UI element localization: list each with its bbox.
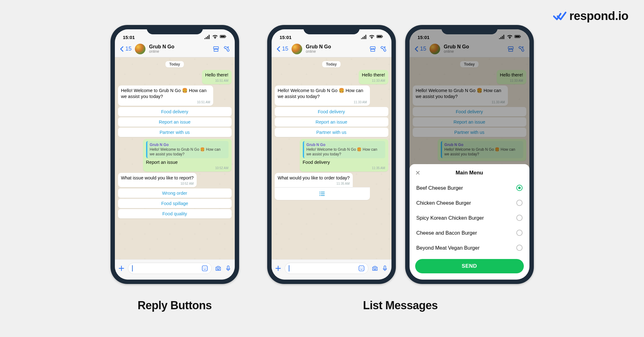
sticker-icon[interactable] <box>201 265 208 272</box>
svg-point-6 <box>217 268 219 270</box>
svg-point-15 <box>360 267 361 268</box>
shop-icon[interactable] <box>368 45 377 53</box>
reply-btn-food[interactable]: Food delivery <box>118 107 232 116</box>
msg-out-reply[interactable]: Grub N Go Hello! Welcome to Grub N Go 🍔 … <box>143 139 232 172</box>
reply-btn-quality[interactable]: Food quality <box>118 209 232 218</box>
msg-in-welcome[interactable]: Hello! Welcome to Grub N Go 🍔 How can we… <box>118 85 214 106</box>
radio-icon[interactable] <box>516 230 523 236</box>
avatar[interactable] <box>135 44 145 54</box>
list-option[interactable]: Cheese and Bacon Burger <box>410 225 529 240</box>
phone-reply-buttons: 15:01 15 Grub N Go online <box>111 25 239 284</box>
contact-status: online <box>149 50 210 54</box>
svg-point-17 <box>374 268 376 270</box>
brand-logo: respond.io <box>553 9 628 23</box>
chevron-left-icon <box>119 46 125 52</box>
list-option[interactable]: Spicy Korean Chicken Burger <box>410 210 529 225</box>
unread-count: 15 <box>125 46 132 52</box>
contact-block[interactable]: Grub N Go online <box>149 44 210 54</box>
clock: 15:01 <box>123 35 135 40</box>
battery-icon <box>376 33 383 40</box>
composer <box>115 259 235 280</box>
svg-rect-18 <box>384 266 386 269</box>
plus-icon[interactable] <box>275 265 282 272</box>
brand-name: respond.io <box>569 9 628 23</box>
phone-list-open: 15:01 15 Grub N Go online <box>405 25 534 284</box>
reply-button-group-1: Food delivery Report an issue Partner wi… <box>118 107 232 137</box>
svg-rect-7 <box>227 266 229 269</box>
svg-point-16 <box>362 267 362 268</box>
msg-out-hello[interactable]: Hello there! 10.51 AM <box>202 70 231 84</box>
message-input[interactable] <box>128 263 212 274</box>
reply-btn-food[interactable]: Food delivery <box>275 107 388 116</box>
mic-icon[interactable] <box>381 265 388 272</box>
contact-name: Grub N Go <box>149 44 210 50</box>
status-icons <box>204 33 227 40</box>
camera-icon[interactable] <box>215 265 222 272</box>
shop-icon[interactable] <box>212 45 220 53</box>
list-icon <box>319 190 326 197</box>
list-option[interactable]: Beef Cheese Burger <box>410 180 529 195</box>
reply-btn-partner[interactable]: Partner with us <box>275 128 388 137</box>
list-option[interactable]: Chicken Cheese Burger <box>410 195 529 210</box>
svg-rect-2 <box>225 36 226 37</box>
back-button[interactable]: 15 <box>275 46 288 52</box>
svg-rect-10 <box>382 36 383 37</box>
wifi-icon <box>212 33 219 40</box>
list-sheet: ✕ Main Menu Beef Cheese BurgerChicken Ch… <box>410 164 529 280</box>
chat-area[interactable]: Today Hello there! 10.51 AM Hello! Welco… <box>115 57 235 280</box>
day-chip: Today <box>165 61 184 67</box>
msg-in-welcome[interactable]: Hello! Welcome to Grub N Go 🍔 How can we… <box>275 85 370 106</box>
caption-reply: Reply Buttons <box>138 299 212 312</box>
msg-in-followup[interactable]: What would you like to order today? 11:3… <box>275 173 353 187</box>
camera-icon[interactable] <box>371 265 378 272</box>
reply-button-group-2: Wrong order Food spillage Food quality <box>118 188 232 218</box>
mic-icon[interactable] <box>225 265 232 272</box>
radio-icon[interactable] <box>516 245 523 251</box>
call-icon[interactable] <box>379 45 388 53</box>
wifi-icon <box>368 33 375 40</box>
msg-in-followup[interactable]: What issue would you like to report? 10:… <box>118 173 197 187</box>
radio-icon[interactable] <box>516 185 523 191</box>
msg-out-reply[interactable]: Grub N Go Hello! Welcome to Grub N Go 🍔 … <box>300 139 388 172</box>
svg-rect-9 <box>377 36 381 37</box>
plus-icon[interactable] <box>118 265 125 272</box>
svg-point-12 <box>320 193 321 194</box>
svg-point-5 <box>205 267 206 268</box>
caption-list: List Messages <box>363 299 438 312</box>
message-input[interactable] <box>285 263 368 274</box>
svg-point-13 <box>320 195 321 196</box>
send-button[interactable]: SEND <box>415 259 524 273</box>
reply-btn-partner[interactable]: Partner with us <box>118 128 232 137</box>
sheet-title: Main Menu <box>456 170 483 176</box>
battery-icon <box>220 33 227 40</box>
svg-rect-1 <box>220 36 225 37</box>
svg-point-11 <box>320 192 321 193</box>
list-option[interactable]: Beyond Meat Vegan Burger <box>410 240 529 255</box>
msg-out-hello[interactable]: Hello there! 11:33 AM <box>359 70 388 84</box>
svg-rect-3 <box>202 266 207 271</box>
radio-icon[interactable] <box>516 215 523 221</box>
radio-icon[interactable] <box>516 200 523 206</box>
chat-header: 15 Grub N Go online <box>115 41 235 57</box>
sticker-icon[interactable] <box>358 265 365 272</box>
list-trigger[interactable] <box>275 187 370 200</box>
quote: Grub N Go Hello! Welcome to Grub N Go 🍔 … <box>146 141 229 159</box>
reply-btn-issue[interactable]: Report an issue <box>118 117 232 127</box>
reply-btn-wrong-order[interactable]: Wrong order <box>118 188 232 198</box>
svg-point-4 <box>204 267 204 268</box>
svg-rect-14 <box>359 266 364 271</box>
signal-icon <box>360 33 367 40</box>
reply-btn-issue[interactable]: Report an issue <box>275 117 388 127</box>
back-button[interactable]: 15 <box>119 46 132 52</box>
close-icon[interactable]: ✕ <box>415 169 420 177</box>
avatar[interactable] <box>292 44 302 54</box>
reply-btn-spillage[interactable]: Food spillage <box>118 199 232 208</box>
signal-icon <box>204 33 210 40</box>
call-icon[interactable] <box>222 45 231 53</box>
phone-list-closed: 15:01 15 Grub N Go online <box>267 25 396 284</box>
brand-checkmarks-icon <box>553 11 567 21</box>
